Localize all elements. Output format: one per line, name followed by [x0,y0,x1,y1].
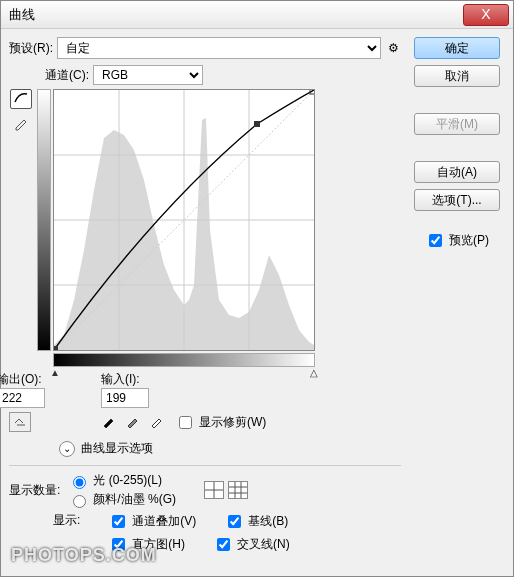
grid-coarse-button[interactable] [204,481,224,499]
cancel-button[interactable]: 取消 [414,65,500,87]
ok-button[interactable]: 确定 [414,37,500,59]
chk-intersection[interactable]: 交叉线(N) [213,535,290,554]
input-label: 输入(I): [101,372,140,386]
chk-baseline[interactable]: 基线(B) [224,512,288,531]
show-label: 显示: [53,512,80,531]
white-eyedropper[interactable] [149,413,165,432]
radio-pigment[interactable]: 颜料/油墨 %(G) [68,491,176,508]
input-field[interactable] [101,388,149,408]
chk-histogram[interactable]: 直方图(H) [108,535,185,554]
close-button[interactable]: X [463,4,509,26]
display-options-title: 曲线显示选项 [81,440,153,457]
pencil-icon [13,115,29,131]
input-gradient[interactable]: ▲ △ [53,353,315,367]
show-clipping-checkbox[interactable]: 显示修剪(W) [175,413,266,432]
grid-fine-icon [229,482,247,498]
channel-label: 通道(C): [45,67,89,84]
curve-icon [13,90,29,104]
auto-button[interactable]: 自动(A) [414,161,500,183]
target-adjust-button[interactable] [9,412,31,432]
grid-fine-button[interactable] [228,481,248,499]
hand-icon [11,413,29,429]
svg-rect-8 [254,121,260,127]
gear-icon[interactable]: ⚙ [385,41,401,55]
show-amount-label: 显示数量: [9,482,60,499]
curves-dialog: 曲线 X 预设(R): 自定 ⚙ 通道(C): RGB [0,0,514,577]
channel-select[interactable]: RGB [93,65,203,85]
output-gradient [37,89,51,351]
svg-rect-9 [54,346,58,350]
smooth-button[interactable]: 平滑(M) [414,113,500,135]
eyedropper-white-icon [149,413,165,429]
preview-checkbox[interactable]: 预览(P) [425,231,489,250]
curves-graph[interactable] [53,89,315,351]
curve-tool-button[interactable] [10,89,32,109]
preset-select[interactable]: 自定 [57,37,381,59]
collapse-button[interactable]: ⌄ [59,441,75,457]
black-point-slider[interactable]: ▲ [50,367,60,378]
options-button[interactable]: 选项(T)... [414,189,500,211]
dialog-title: 曲线 [5,6,463,24]
radio-light[interactable]: 光 (0-255)(L) [68,472,176,489]
black-eyedropper[interactable] [101,413,117,432]
tone-curve [54,90,314,350]
white-point-slider[interactable]: △ [310,367,318,378]
chk-channel-overlay[interactable]: 通道叠加(V) [108,512,196,531]
title-bar: 曲线 X [1,1,513,29]
eyedropper-gray-icon [125,413,141,429]
preset-label: 预设(R): [9,40,53,57]
pencil-tool-button[interactable] [13,115,29,134]
grid-coarse-icon [205,482,223,498]
eyedropper-black-icon [101,413,117,429]
gray-eyedropper[interactable] [125,413,141,432]
